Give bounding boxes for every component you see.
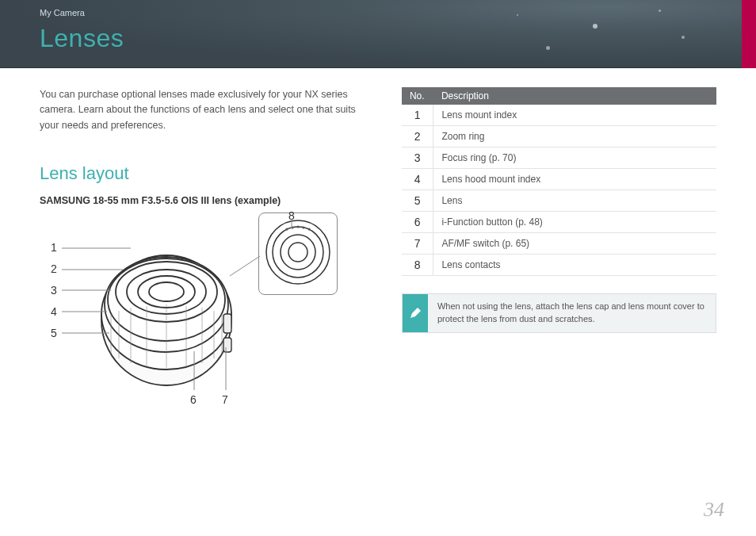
table-row: 4Lens hood mount index xyxy=(402,169,716,190)
page-number: 34 xyxy=(704,498,724,522)
svg-rect-18 xyxy=(223,338,231,352)
table-header-no: No. xyxy=(402,87,433,105)
svg-rect-17 xyxy=(223,314,231,333)
table-row: 2Zoom ring xyxy=(402,126,716,147)
section-title: Lens layout xyxy=(40,163,370,184)
pen-icon xyxy=(403,294,428,332)
breadcrumb: My Camera xyxy=(40,8,85,17)
callout-5: 5 xyxy=(51,327,57,339)
lens-mount-illustration xyxy=(258,212,338,295)
svg-point-25 xyxy=(307,228,310,231)
intro-text: You can purchase optional lenses made ex… xyxy=(40,87,370,133)
svg-point-22 xyxy=(288,243,307,262)
svg-point-27 xyxy=(285,228,288,231)
table-header-desc: Description xyxy=(433,87,716,105)
note-box: When not using the lens, attach the lens… xyxy=(402,293,716,333)
parts-table: No. Description 1Lens mount index 2Zoom … xyxy=(402,87,716,276)
lens-name: SAMSUNG 18-55 mm F3.5-5.6 OIS III lens (… xyxy=(40,195,370,206)
lens-diagram: 1 2 3 4 5 6 7 8 xyxy=(40,212,370,427)
table-row: 8Lens contacts xyxy=(402,255,716,276)
callout-2: 2 xyxy=(51,262,57,275)
svg-point-26 xyxy=(291,227,293,229)
svg-point-24 xyxy=(302,227,304,229)
svg-point-23 xyxy=(296,226,299,228)
lens-illustration xyxy=(87,235,246,393)
svg-point-7 xyxy=(149,282,184,301)
header-band: My Camera Lenses xyxy=(0,0,756,68)
table-row: 7AF/MF switch (p. 65) xyxy=(402,233,716,255)
callout-6: 6 xyxy=(190,393,197,406)
callout-3: 3 xyxy=(51,284,57,297)
table-row: 1Lens mount index xyxy=(402,105,716,126)
callout-8: 8 xyxy=(288,209,295,222)
page-title: Lenses xyxy=(40,24,124,53)
table-row: 6i-Function button (p. 48) xyxy=(402,212,716,233)
table-row: 5Lens xyxy=(402,190,716,212)
table-row: 3Focus ring (p. 70) xyxy=(402,147,716,169)
note-text: When not using the lens, attach the lens… xyxy=(428,294,716,332)
callout-4: 4 xyxy=(51,305,57,318)
callout-1: 1 xyxy=(51,241,57,254)
callout-7: 7 xyxy=(222,393,228,406)
